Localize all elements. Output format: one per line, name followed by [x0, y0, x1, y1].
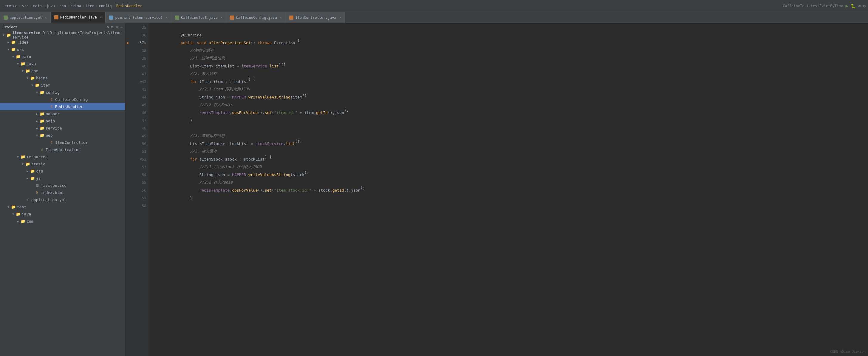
tree-item-item[interactable]: ▼ 📁 item [0, 82, 125, 89]
tree-item-web[interactable]: ▼ 📁 web [0, 131, 125, 139]
tree-item-application-yml[interactable]: ▶ Y application.yml [0, 196, 125, 203]
tab-caffeine-test[interactable]: CaffeineTest.java ✕ [172, 12, 226, 23]
expand-arrow-mapper: ▶ [35, 111, 39, 116]
tree-item-index-html[interactable]: ▶ H index.html [0, 189, 125, 196]
hide-sidebar-icon[interactable]: − [121, 25, 123, 29]
tab-caffeine-config[interactable]: CaffeineConfig.java ✕ [226, 12, 286, 23]
caffeine-test-tab-ref: CaffeineTest.testEvictByTime [783, 4, 843, 8]
tree-label-item-controller: ItemController [55, 140, 88, 145]
line-39: 39 [125, 54, 149, 62]
tree-item-src[interactable]: ▼ 📁 src [0, 46, 125, 53]
tree-label-root: item-service D:\DingJiaxiong\IdeaProject… [12, 30, 125, 39]
tree-item-java[interactable]: ▼ 📁 java [0, 60, 125, 67]
service-folder-icon: 📁 [39, 126, 45, 130]
tree-item-service[interactable]: ▶ 📁 service [0, 124, 125, 131]
tree-item-item-controller[interactable]: ▶ C ItemController [0, 139, 125, 146]
line-47: 47 [125, 116, 149, 124]
application-yml-icon: Y [25, 197, 30, 202]
tree-item-js[interactable]: ▶ 📁 js [0, 175, 125, 182]
tab-item-controller[interactable]: ItemController.java ✕ [286, 12, 345, 23]
tree-item-config[interactable]: ▼ 📁 config [0, 89, 125, 96]
breadcrumb-item[interactable]: item [86, 4, 94, 8]
tree-label-test-com: com [27, 219, 33, 224]
line-57: 57 [125, 194, 149, 202]
src-folder-icon: 📁 [11, 47, 16, 52]
tab-label-application-yml: application.yml [9, 16, 42, 20]
tree-item-com[interactable]: ▼ 📁 com [0, 67, 125, 74]
line-58: 58 [125, 202, 149, 209]
line-49: 49 [125, 132, 149, 140]
tab-pom-xml[interactable]: pom.xml (item-service) ✕ [105, 12, 172, 23]
tree-label-service: service [45, 126, 62, 130]
tab-close-pom-xml[interactable]: ✕ [165, 16, 167, 20]
code-line-46: redisTemplate.opsForValue().set("item:id… [153, 109, 868, 116]
code-line-36: @Override [153, 31, 868, 39]
expand-arrow-src: ▼ [6, 47, 11, 52]
root-folder-icon: 📁 [6, 32, 11, 37]
tree-item-static[interactable]: ▼ 📁 static [0, 160, 125, 168]
tree-label-test: test [17, 205, 26, 209]
breadcrumb-main[interactable]: main [33, 4, 42, 8]
code-line-55: //2.2 存入Redis [153, 178, 868, 186]
tree-item-heima[interactable]: ▼ 📁 heima [0, 74, 125, 82]
tab-redis-handler[interactable]: RedisHandler.java ✕ [51, 12, 105, 23]
tab-close-item-controller[interactable]: ✕ [339, 16, 341, 20]
tree-item-test-java[interactable]: ▼ 📁 java [0, 210, 125, 217]
tree-item-main[interactable]: ▼ 📁 main [0, 53, 125, 60]
breadcrumb-service[interactable]: service [2, 4, 18, 8]
code-line-51: //2. 放入缓存 [153, 147, 868, 155]
line-41: 41 [125, 70, 149, 78]
settings-sidebar-icon[interactable]: ⚙ [116, 25, 118, 29]
tree-item-resources[interactable]: ▼ 📁 resources [0, 153, 125, 160]
tab-close-application-yml[interactable]: ✕ [45, 16, 47, 20]
code-line-49: //3. 查询库存信息 [153, 132, 868, 140]
tab-close-caffeine-config[interactable]: ✕ [280, 16, 282, 20]
test-icon [175, 16, 179, 20]
code-line-52: for (ItemStock stock : stockList) { [153, 155, 868, 163]
breadcrumb-config[interactable]: config [99, 4, 112, 8]
tab-application-yml[interactable]: application.yml ✕ [0, 12, 51, 23]
tree-item-test[interactable]: ▼ 📁 test [0, 203, 125, 210]
caffeine-config-icon: C [49, 97, 54, 102]
expand-arrow-static: ▼ [20, 161, 25, 166]
breadcrumb-com[interactable]: com [59, 4, 66, 8]
coverage-icon[interactable]: ⊕ [858, 4, 861, 8]
line-40: 40 [125, 62, 149, 70]
breadcrumb-heima[interactable]: heima [70, 4, 81, 8]
line-gutter: 35 36 ● 37 ▶ 38 39 40 41 ⊟ 42 43 44 45 4… [125, 23, 149, 356]
code-editor[interactable]: @Override public void afterPropertiesSet… [149, 23, 868, 356]
tab-label-item-controller: ItemController.java [295, 16, 336, 20]
sync-icon[interactable]: ⊕ [107, 25, 109, 29]
tree-item-item-application[interactable]: ▶ A ItemApplication [0, 146, 125, 153]
tree-label-static: static [31, 162, 45, 166]
heima-folder-icon: 📁 [30, 76, 35, 80]
collapse-icon[interactable]: ⊟ [111, 25, 113, 29]
tree-label-item: item [41, 83, 50, 87]
expand-arrow-heima: ▼ [25, 76, 30, 80]
tab-close-caffeine-test[interactable]: ✕ [221, 16, 223, 20]
tree-item-favicon[interactable]: ▶ 🖼 favicon.ico [0, 182, 125, 189]
breadcrumb: service › src › main › java › com › heim… [2, 4, 142, 8]
tree-item-idea[interactable]: ▶ 📁 .idea [0, 38, 125, 46]
breadcrumb-java[interactable]: java [46, 4, 55, 8]
settings-icon[interactable]: ⚙ [863, 4, 866, 8]
xml-icon [109, 16, 113, 20]
line-55: 55 [125, 178, 149, 186]
tree-item-mapper[interactable]: ▶ 📁 mapper [0, 110, 125, 117]
tree-item-redis-handler[interactable]: ▶ C RedisHandler [0, 103, 125, 110]
tree-item-pojo[interactable]: ▶ 📁 pojo [0, 117, 125, 124]
code-line-56: redisTemplate.opsForValue().set("item:st… [153, 186, 868, 194]
debug-icon[interactable]: 🐛 [851, 4, 856, 8]
tab-close-redis-handler[interactable]: ✕ [100, 15, 102, 19]
tree-item-caffeine-config[interactable]: ▶ C CaffeineConfig [0, 96, 125, 103]
run-icon[interactable]: ▶ [845, 3, 848, 9]
tree-label-pojo: pojo [45, 119, 55, 123]
breadcrumb-src[interactable]: src [22, 4, 29, 8]
expand-arrow-item: ▼ [30, 83, 35, 87]
code-line-45: //2.2 存入Redis [153, 101, 868, 109]
tree-item-root[interactable]: ▼ 📁 item-service D:\DingJiaxiong\IdeaPro… [0, 31, 125, 38]
tree-item-css[interactable]: ▶ 📁 css [0, 168, 125, 175]
tree-item-test-com[interactable]: ▶ 📁 com [0, 217, 125, 225]
line-35: 35 [125, 23, 149, 31]
tree-label-index-html: index.html [41, 190, 64, 195]
